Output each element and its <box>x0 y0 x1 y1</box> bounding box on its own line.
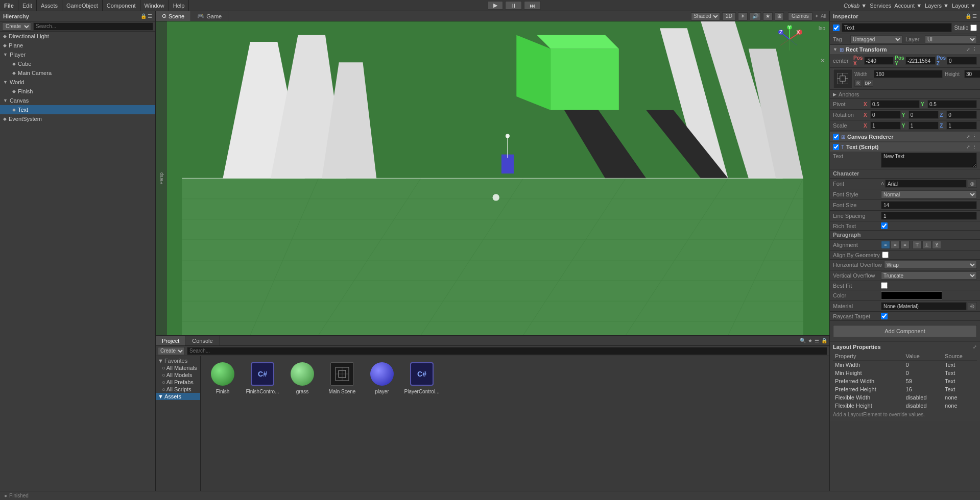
hierarchy-item-directional-light[interactable]: ◆ Directional Light <box>0 32 155 41</box>
2d-btn[interactable]: 2D <box>722 12 736 20</box>
asset-item-mainscene[interactable]: Main Scene <box>324 360 360 394</box>
text-script-section[interactable]: T Text (Script) ⤢ ⋮ <box>830 142 980 152</box>
bp-btn[interactable]: BP <box>863 80 873 87</box>
pivot-x-input[interactable] <box>870 100 920 108</box>
hierarchy-item-eventsystem[interactable]: ◆ EventSystem <box>0 114 155 123</box>
ts-menu-btn[interactable]: ⋮ <box>972 144 977 149</box>
anchors-row[interactable]: ▶ Anchors <box>830 90 980 99</box>
layer-dropdown[interactable]: UI <box>925 35 977 43</box>
gizmos-btn[interactable]: Gizmos <box>788 12 812 20</box>
align-left-btn[interactable]: ≡ <box>881 241 890 249</box>
align-center-btn[interactable]: ≡ <box>891 241 900 249</box>
inspector-lock-btn[interactable]: 🔒 <box>965 13 971 19</box>
asset-item-grass[interactable]: grass <box>284 360 320 394</box>
font-input[interactable] <box>885 180 967 188</box>
rich-text-checkbox[interactable] <box>881 222 888 229</box>
lp-expand-btn[interactable]: ⤢ <box>973 344 977 349</box>
ts-expand-btn[interactable]: ⤢ <box>966 144 970 149</box>
scene-view-btn[interactable]: ⊞ <box>775 12 784 20</box>
hierarchy-item-main-camera[interactable]: ◆ Main Camera <box>0 68 155 78</box>
rot-x-input[interactable] <box>870 111 901 119</box>
color-swatch[interactable] <box>881 291 942 299</box>
font-pick-btn[interactable]: ◎ <box>968 180 977 188</box>
scale-x-input[interactable] <box>870 121 901 130</box>
hierarchy-item-canvas[interactable]: ▼ Canvas <box>0 96 155 105</box>
raycast-checkbox[interactable] <box>881 313 888 319</box>
font-size-input[interactable] <box>881 201 977 209</box>
h-overflow-select[interactable]: Wrap <box>884 261 977 269</box>
all-models-item[interactable]: ○ All Models <box>156 371 200 379</box>
rect-transform-section[interactable]: ▼ ⊞ Rect Transform ⤢ ⋮ <box>830 45 980 54</box>
hierarchy-item-text[interactable]: ◆ Text <box>0 105 155 114</box>
width-input[interactable] <box>874 70 943 78</box>
hierarchy-search-input[interactable] <box>33 22 153 31</box>
material-input[interactable] <box>881 302 967 310</box>
hierarchy-item-finish[interactable]: ◆ Finish <box>0 87 155 96</box>
r-btn[interactable]: R <box>854 80 862 87</box>
material-pick-btn[interactable]: ◎ <box>968 302 977 310</box>
tab-game[interactable]: 🎮 Game <box>191 11 228 21</box>
rot-y-input[interactable] <box>909 111 939 119</box>
canvas-renderer-section[interactable]: ⊞ Canvas Renderer ⤢ ⋮ <box>830 132 980 141</box>
font-style-select[interactable]: Normal <box>881 190 977 198</box>
audio-btn[interactable]: 🔊 <box>750 12 761 20</box>
height-input[interactable] <box>964 70 980 78</box>
rt-expand-btn[interactable]: ⤢ <box>966 47 970 52</box>
align-top-btn[interactable]: ⊤ <box>913 241 922 249</box>
hierarchy-menu-btn[interactable]: ☰ <box>148 13 152 19</box>
hierarchy-item-world[interactable]: ▼ World <box>0 78 155 87</box>
tab-console[interactable]: Console <box>186 336 219 345</box>
align-right-btn[interactable]: ≡ <box>900 241 910 249</box>
best-fit-checkbox[interactable] <box>881 282 888 289</box>
align-middle-btn[interactable]: ⊥ <box>922 241 931 249</box>
asset-item-finishcontro[interactable]: C# FinishContro... <box>245 360 280 394</box>
pos-y-input[interactable] <box>905 57 936 65</box>
cr-menu-btn[interactable]: ⋮ <box>972 134 977 139</box>
all-materials-item[interactable]: ○ All Materials <box>156 364 200 371</box>
tag-dropdown[interactable]: Untagged <box>850 35 902 43</box>
text-script-enabled[interactable] <box>833 144 839 150</box>
project-menu-icon[interactable]: ☰ <box>815 338 819 343</box>
hierarchy-create-dropdown[interactable]: Create <box>2 22 31 31</box>
align-bottom-btn[interactable]: ⊻ <box>932 241 941 249</box>
add-component-button[interactable]: Add Component <box>833 325 977 337</box>
obj-name-input[interactable] <box>842 23 952 32</box>
hierarchy-item-plane[interactable]: ◆ Plane <box>0 41 155 50</box>
all-prefabs-item[interactable]: ○ All Prefabs <box>156 379 200 386</box>
project-fav-icon[interactable]: ★ <box>808 338 812 343</box>
canvas-renderer-enabled[interactable] <box>833 134 839 140</box>
obj-active-checkbox[interactable] <box>833 24 840 31</box>
static-checkbox[interactable] <box>970 24 977 31</box>
cr-expand-btn[interactable]: ⤢ <box>966 134 970 139</box>
assets-section[interactable]: ▼ Assets <box>156 393 200 400</box>
scale-z-input[interactable] <box>946 121 977 130</box>
lighting-btn[interactable]: ☀ <box>738 12 748 20</box>
asset-item-finish[interactable]: Finish <box>205 360 241 394</box>
project-search-icon[interactable]: 🔍 <box>800 338 806 343</box>
tab-project[interactable]: Project <box>156 336 186 345</box>
align-geometry-checkbox[interactable] <box>882 252 889 258</box>
project-search-input[interactable] <box>187 347 827 355</box>
text-value-input[interactable]: New Text <box>881 153 977 168</box>
fx-btn[interactable]: ★ <box>763 12 773 20</box>
scale-y-input[interactable] <box>909 121 939 130</box>
project-lock-icon[interactable]: 🔒 <box>821 338 827 343</box>
v-overflow-select[interactable]: Truncate <box>881 271 977 280</box>
rt-menu-btn[interactable]: ⋮ <box>972 47 977 52</box>
hierarchy-lock-btn[interactable]: 🔒 <box>140 13 147 19</box>
asset-item-playercontrol[interactable]: C# PlayerControl... <box>404 360 440 394</box>
pos-x-input[interactable] <box>864 57 894 65</box>
all-scripts-item[interactable]: ○ All Scripts <box>156 386 200 393</box>
asset-item-player[interactable]: player <box>364 360 400 394</box>
hierarchy-item-cube[interactable]: ◆ Cube <box>0 59 155 68</box>
hierarchy-item-player[interactable]: ▼ Player <box>0 50 155 59</box>
tab-scene[interactable]: ⊙ Scene <box>156 11 191 21</box>
line-spacing-input[interactable] <box>881 212 977 220</box>
viewport-close-btn[interactable]: ✕ <box>820 57 825 64</box>
project-create-dropdown[interactable]: Create <box>158 347 185 355</box>
shaded-dropdown[interactable]: Shaded <box>691 12 720 20</box>
rot-z-input[interactable] <box>946 111 977 119</box>
pivot-y-input[interactable] <box>927 100 977 108</box>
anchor-diagram[interactable] <box>833 69 852 88</box>
inspector-menu-btn[interactable]: ☰ <box>972 13 977 19</box>
